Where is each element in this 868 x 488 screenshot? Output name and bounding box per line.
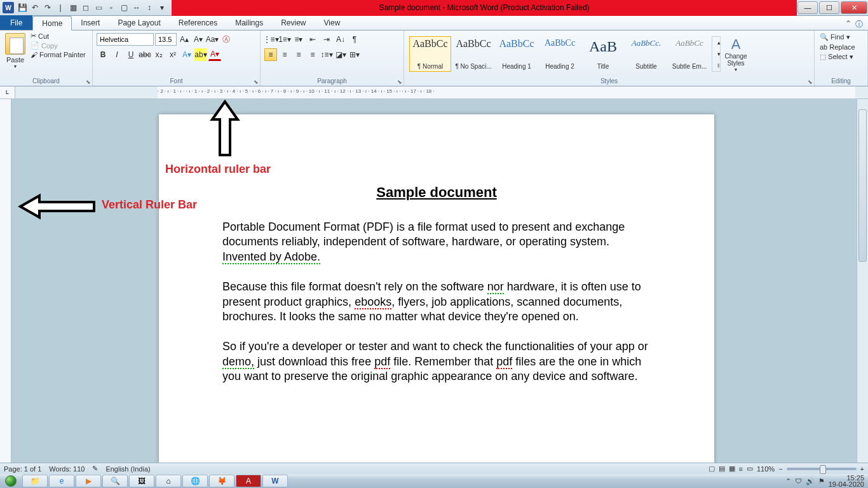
- taskbar-wmp[interactable]: ▶: [76, 475, 101, 487]
- tab-selector[interactable]: L: [0, 86, 15, 98]
- dialog-launcher-icon[interactable]: ⬊: [86, 79, 91, 85]
- tab-home[interactable]: Home: [32, 16, 72, 30]
- clear-format-button[interactable]: Ⓐ: [220, 33, 233, 46]
- subscript-button[interactable]: x₂: [153, 48, 165, 61]
- close-button[interactable]: ✕: [841, 1, 867, 14]
- style-no-spacing[interactable]: AaBbCc¶ No Spaci...: [452, 36, 494, 72]
- numbering-button[interactable]: 1≡▾: [278, 33, 291, 46]
- qat-btn[interactable]: ▫: [105, 2, 117, 13]
- taskbar-chrome[interactable]: 🌐: [182, 475, 208, 487]
- tab-page-layout[interactable]: Page Layout: [109, 15, 169, 30]
- tab-insert[interactable]: Insert: [72, 15, 109, 30]
- sort-button[interactable]: A↓: [334, 33, 347, 46]
- minimize-button[interactable]: —: [797, 1, 818, 14]
- justify-button[interactable]: ≡: [306, 48, 319, 61]
- grow-font-button[interactable]: A▴: [178, 33, 191, 46]
- font-name-select[interactable]: [97, 33, 154, 46]
- dialog-launcher-icon[interactable]: ⬊: [397, 79, 402, 85]
- style-subtle-em[interactable]: AaBbCcSubtle Em...: [668, 36, 710, 72]
- style-normal[interactable]: AaBbCc¶ Normal: [409, 36, 451, 72]
- taskbar-app[interactable]: 🔍: [102, 475, 128, 487]
- tab-file[interactable]: File: [0, 15, 32, 30]
- view-draft-icon[interactable]: ▭: [747, 464, 753, 473]
- change-case-button[interactable]: Aa▾: [206, 33, 219, 46]
- find-button[interactable]: 🔍 Find ▾: [820, 33, 862, 41]
- paste-button[interactable]: Paste ▾: [3, 32, 28, 76]
- replace-button[interactable]: ab Replace: [820, 43, 862, 51]
- zoom-slider[interactable]: [787, 468, 857, 470]
- taskbar-word[interactable]: W: [262, 475, 288, 487]
- highlight-button[interactable]: ab▾: [194, 48, 207, 61]
- taskbar-app[interactable]: 🖼: [129, 475, 154, 487]
- paragraph-1[interactable]: Portable Document Format (PDF) is a file…: [222, 220, 651, 264]
- page-count[interactable]: Page: 1 of 1: [4, 465, 41, 473]
- inc-indent-button[interactable]: ⇥: [320, 33, 333, 46]
- view-reading-icon[interactable]: ▤: [719, 464, 725, 473]
- shrink-font-button[interactable]: A▾: [192, 33, 205, 46]
- view-outline-icon[interactable]: ≡: [739, 465, 743, 473]
- style-subtitle[interactable]: AaBbCc.Subtitle: [625, 36, 667, 72]
- cut-button[interactable]: ✂Cut: [31, 32, 86, 40]
- font-size-select[interactable]: [155, 33, 177, 46]
- tab-references[interactable]: References: [170, 15, 226, 30]
- help-icon[interactable]: ⓘ: [855, 19, 863, 30]
- tab-view[interactable]: View: [315, 15, 349, 30]
- italic-button[interactable]: I: [111, 48, 123, 61]
- font-color-button[interactable]: A▾: [208, 48, 221, 61]
- taskbar-adobe[interactable]: A: [236, 475, 261, 487]
- underline-button[interactable]: U: [125, 48, 137, 61]
- style-title[interactable]: AaBTitle: [582, 36, 624, 72]
- taskbar-ie[interactable]: e: [49, 475, 74, 487]
- shading-button[interactable]: ◪▾: [334, 48, 347, 61]
- taskbar-explorer[interactable]: 📁: [22, 475, 48, 487]
- tray-date[interactable]: 19-04-2020: [829, 481, 864, 487]
- strike-button[interactable]: abc: [139, 48, 151, 61]
- qat-btn[interactable]: ↔: [131, 2, 142, 13]
- scrollbar-thumb[interactable]: [858, 109, 867, 262]
- qat-btn[interactable]: ▾: [156, 2, 168, 13]
- taskbar-firefox[interactable]: 🦊: [209, 475, 234, 487]
- paragraph-3[interactable]: So if you're a developer or tester and w…: [222, 339, 651, 384]
- zoom-level[interactable]: 110%: [757, 465, 775, 473]
- bullets-button[interactable]: ⋮≡▾: [264, 33, 277, 46]
- tab-mailings[interactable]: Mailings: [226, 15, 272, 30]
- superscript-button[interactable]: x²: [166, 48, 179, 61]
- zoom-in-button[interactable]: +: [860, 465, 864, 473]
- tray-icon[interactable]: ⌃: [785, 477, 791, 485]
- style-heading2[interactable]: AaBbCcHeading 2: [539, 36, 581, 72]
- dialog-launcher-icon[interactable]: ⬊: [254, 79, 259, 85]
- grid-icon[interactable]: ▦: [67, 2, 79, 13]
- select-button[interactable]: ⬚ Select ▾: [820, 53, 862, 61]
- tray-icon[interactable]: 🛡: [795, 477, 802, 485]
- minimize-ribbon-icon[interactable]: ⌃: [845, 19, 851, 30]
- align-right-button[interactable]: ≡: [292, 48, 305, 61]
- start-button[interactable]: [0, 474, 22, 488]
- paragraph-2[interactable]: Because this file format doesn't rely on…: [222, 280, 651, 324]
- maximize-button[interactable]: ☐: [819, 1, 839, 14]
- show-marks-button[interactable]: ¶: [348, 33, 361, 46]
- horizontal-ruler-bar[interactable]: L · 2 · ı · 1 · ı · · ı · 1 · ı · 2 · ı …: [0, 86, 868, 99]
- save-icon[interactable]: 💾: [17, 2, 28, 13]
- taskbar-hp[interactable]: ⌂: [156, 475, 181, 487]
- view-print-icon[interactable]: ▢: [709, 464, 715, 473]
- align-left-button[interactable]: ≡: [264, 48, 277, 61]
- text-effects-button[interactable]: A▾: [180, 48, 193, 61]
- format-painter-button[interactable]: 🖌Format Painter: [31, 51, 86, 58]
- bold-button[interactable]: B: [97, 48, 109, 61]
- tab-review[interactable]: Review: [272, 15, 315, 30]
- vertical-ruler-bar[interactable]: [0, 99, 11, 463]
- align-center-button[interactable]: ≡: [278, 48, 291, 61]
- line-spacing-button[interactable]: ↕≡▾: [320, 48, 333, 61]
- qat-btn[interactable]: ↕: [144, 2, 155, 13]
- spell-check-icon[interactable]: ✎: [92, 464, 98, 473]
- word-count[interactable]: Words: 110: [49, 465, 85, 473]
- dec-indent-button[interactable]: ⇤: [306, 33, 319, 46]
- vertical-scrollbar[interactable]: [857, 99, 868, 463]
- qat-btn[interactable]: ◻: [80, 2, 92, 13]
- tray-flag-icon[interactable]: ⚑: [818, 477, 825, 485]
- tray-icon[interactable]: 🔊: [806, 477, 815, 485]
- borders-button[interactable]: ⊞▾: [348, 48, 361, 61]
- undo-icon[interactable]: ↶: [29, 2, 41, 13]
- view-web-icon[interactable]: ▦: [729, 464, 735, 473]
- redo-icon[interactable]: ↷: [42, 2, 53, 13]
